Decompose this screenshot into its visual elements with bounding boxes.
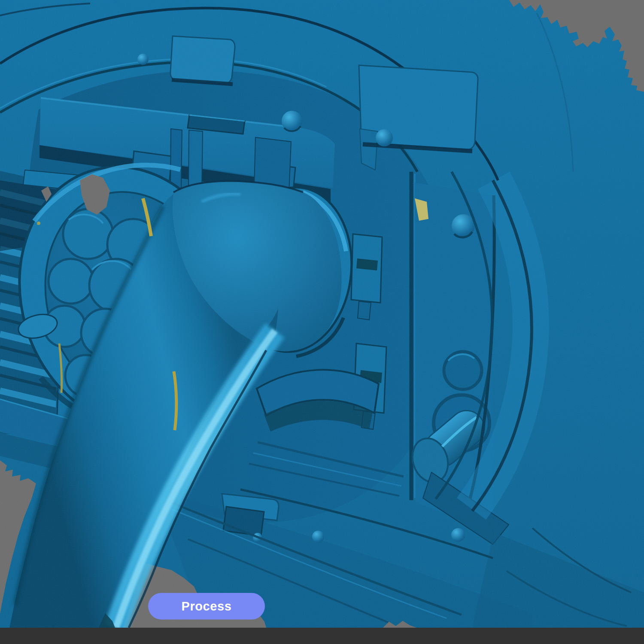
mesh-grain: [0, 0, 644, 628]
scan-mesh: [0, 0, 644, 628]
process-button-label: Process: [181, 599, 231, 614]
process-button[interactable]: Process: [148, 593, 265, 620]
bottom-bar: [0, 628, 644, 644]
scan-viewport-3d-mesh[interactable]: [0, 0, 644, 644]
scan-app-window: Process: [0, 0, 644, 644]
